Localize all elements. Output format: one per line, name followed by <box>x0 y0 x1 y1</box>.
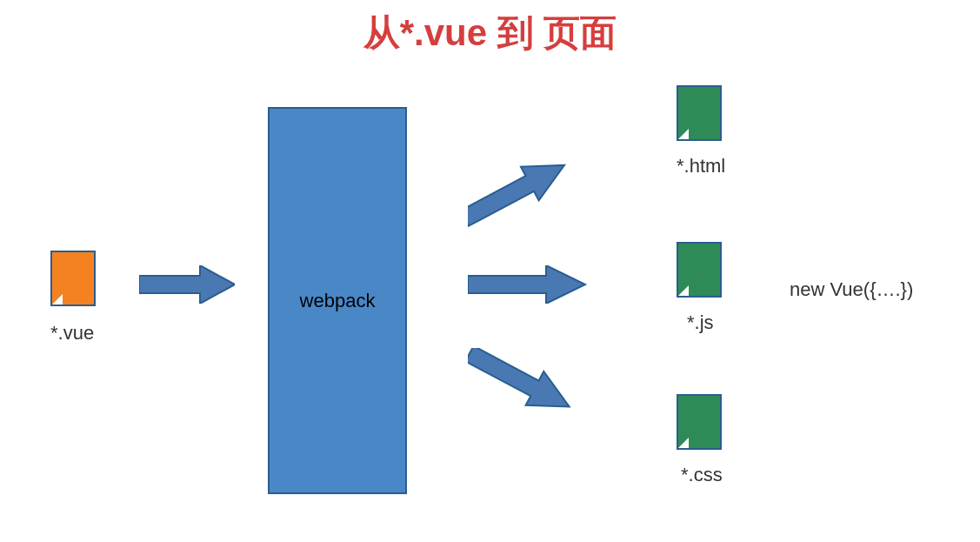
vue-file-icon <box>50 251 96 306</box>
arrow-to-webpack <box>139 265 235 304</box>
svg-marker-2 <box>468 265 585 304</box>
webpack-label: webpack <box>300 290 376 312</box>
diagram-title: 从*.vue 到 页面 <box>0 9 980 57</box>
arrow-to-css <box>468 348 590 418</box>
arrow-to-js <box>468 265 590 304</box>
js-file-label: *.js <box>687 311 714 334</box>
html-file-label: *.html <box>677 155 725 177</box>
svg-marker-0 <box>139 265 235 304</box>
css-file-icon <box>677 394 722 450</box>
css-file-label: *.css <box>681 464 723 486</box>
arrow-to-html <box>468 164 590 233</box>
svg-marker-1 <box>468 164 573 233</box>
new-vue-annotation: new Vue({….}) <box>790 278 913 301</box>
html-file-icon <box>677 85 722 141</box>
webpack-processor-box: webpack <box>268 107 407 494</box>
svg-marker-3 <box>468 348 578 418</box>
vue-file-label: *.vue <box>50 322 94 345</box>
js-file-icon <box>677 242 722 298</box>
